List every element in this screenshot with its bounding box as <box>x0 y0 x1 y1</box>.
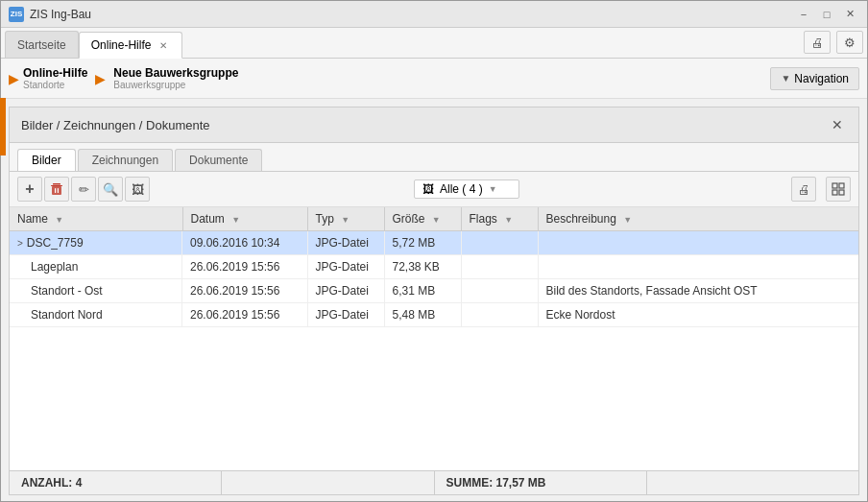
breadcrumb-left: ▶ Online-Hilfe Standorte ▶ Neue Bauwerks… <box>9 66 238 90</box>
edit-file-button[interactable]: ✏ <box>71 177 96 202</box>
row-beschreibung <box>538 231 858 255</box>
navigation-dropdown-icon: ▼ <box>781 73 790 84</box>
filter-label: Alle ( 4 ) <box>440 182 483 196</box>
print-button-top[interactable]: 🖨 <box>804 31 831 54</box>
row-expand-cell: Standort - Ost <box>10 279 182 302</box>
tab-online-hilfe-close[interactable]: ✕ <box>157 38 170 52</box>
row-groesse: 5,72 MB <box>384 231 461 255</box>
row-flags <box>461 255 538 279</box>
tab-online-hilfe-label: Online-Hilfe <box>91 38 152 52</box>
back-arrow-icon[interactable]: ▶ <box>9 71 19 86</box>
breadcrumb-main-2: Neue Bauwerksgruppe <box>113 66 238 80</box>
row-datum: 26.06.2019 15:56 <box>182 255 307 279</box>
row-beschreibung <box>538 255 858 279</box>
row-groesse: 6,31 MB <box>384 279 461 303</box>
col-header-flags[interactable]: Flags ▼ <box>461 207 538 231</box>
row-typ: JPG-Datei <box>307 231 384 255</box>
inner-tab-bilder-label: Bilder <box>32 154 61 167</box>
file-name: Standort Nord <box>31 308 103 322</box>
file-table: Name ▼ Datum ▼ Typ ▼ Größe <box>10 207 858 327</box>
sort-flags-icon: ▼ <box>504 215 513 225</box>
sort-name-icon: ▼ <box>55 215 63 225</box>
row-typ: JPG-Datei <box>307 255 384 279</box>
table-row[interactable]: >DSC_775909.06.2016 10:34JPG-Datei5,72 M… <box>10 231 858 255</box>
sort-groesse-icon: ▼ <box>432 215 441 225</box>
breadcrumb-item-online-hilfe: Online-Hilfe Standorte <box>23 66 87 90</box>
status-right <box>647 471 858 494</box>
row-groesse: 72,38 KB <box>384 255 461 279</box>
svg-rect-6 <box>839 183 844 188</box>
row-flags <box>461 279 538 303</box>
inner-tab-dokumente[interactable]: Dokumente <box>175 149 262 171</box>
file-toolbar: + ✏ 🔍 🖼 🖼 Alle ( 4 ) ▼ 🖨 <box>10 172 858 207</box>
file-name: DSC_7759 <box>27 236 84 250</box>
row-datum: 26.06.2019 15:56 <box>182 303 307 327</box>
svg-rect-8 <box>839 190 844 195</box>
tabs-container: Startseite Online-Hilfe ✕ <box>5 31 182 58</box>
sort-datum-icon: ▼ <box>231 215 240 225</box>
print-table-button[interactable]: 🖨 <box>791 177 816 202</box>
search-file-button[interactable]: 🔍 <box>98 177 123 202</box>
row-datum: 09.06.2016 10:34 <box>182 231 307 255</box>
tab-online-hilfe[interactable]: Online-Hilfe ✕ <box>79 32 183 59</box>
add-file-button[interactable]: + <box>17 177 42 202</box>
row-flags <box>461 231 538 255</box>
breadcrumb-sub-2: Bauwerksgruppe <box>113 80 238 90</box>
col-header-datum[interactable]: Datum ▼ <box>182 207 307 231</box>
status-sum: SUMME: 17,57 MB <box>435 471 647 494</box>
filter-dropdown[interactable]: 🖼 Alle ( 4 ) ▼ <box>414 179 519 199</box>
inner-tab-zeichnungen-label: Zeichnungen <box>92 154 158 167</box>
title-bar: ZIS ZIS Ing-Bau − □ ✕ <box>1 1 867 28</box>
table-header-row: Name ▼ Datum ▼ Typ ▼ Größe <box>10 207 858 231</box>
svg-rect-7 <box>832 190 837 195</box>
panel: Bilder / Zeichnungen / Dokumente ✕ Bilde… <box>9 107 859 495</box>
svg-rect-4 <box>58 188 59 193</box>
minimize-button[interactable]: − <box>794 7 813 22</box>
status-count: ANZAHL: 4 <box>10 471 222 494</box>
grid-view-button[interactable] <box>826 177 851 202</box>
table-row[interactable]: Standort - Ost26.06.2019 15:56JPG-Datei6… <box>10 279 858 303</box>
expand-icon[interactable]: > <box>17 238 23 249</box>
tab-bar-actions: 🖨 ⚙ <box>804 31 863 58</box>
row-datum: 26.06.2019 15:56 <box>182 279 307 303</box>
table-row[interactable]: Lageplan26.06.2019 15:56JPG-Datei72,38 K… <box>10 255 858 279</box>
sort-typ-icon: ▼ <box>341 215 350 225</box>
maximize-button[interactable]: □ <box>817 7 836 22</box>
file-name: Lageplan <box>31 260 78 274</box>
navigation-label: Navigation <box>794 72 849 85</box>
breadcrumb-bar: ▶ Online-Hilfe Standorte ▶ Neue Bauwerks… <box>1 59 867 99</box>
col-header-beschreibung[interactable]: Beschreibung ▼ <box>538 207 858 231</box>
svg-rect-2 <box>52 186 61 195</box>
panel-header: Bilder / Zeichnungen / Dokumente ✕ <box>10 108 858 143</box>
row-expand-cell: >DSC_7759 <box>10 231 182 254</box>
breadcrumb-sub-1: Standorte <box>23 80 87 90</box>
tab-bar: Startseite Online-Hilfe ✕ 🖨 ⚙ <box>1 28 867 59</box>
col-header-name[interactable]: Name ▼ <box>10 207 182 231</box>
file-table-wrapper: Name ▼ Datum ▼ Typ ▼ Größe <box>10 207 858 470</box>
settings-button[interactable]: ⚙ <box>836 31 863 54</box>
col-header-groesse[interactable]: Größe ▼ <box>384 207 461 231</box>
content-area: Bilder / Zeichnungen / Dokumente ✕ Bilde… <box>1 99 867 502</box>
status-middle <box>222 471 434 494</box>
col-header-typ[interactable]: Typ ▼ <box>307 207 384 231</box>
image-view-button[interactable]: 🖼 <box>125 177 150 202</box>
row-typ: JPG-Datei <box>307 279 384 303</box>
window-controls: − □ ✕ <box>794 7 859 22</box>
panel-title: Bilder / Zeichnungen / Dokumente <box>21 118 210 132</box>
svg-rect-5 <box>832 183 837 188</box>
navigation-button[interactable]: ▼ Navigation <box>770 67 859 90</box>
table-row[interactable]: Standort Nord26.06.2019 15:56JPG-Datei5,… <box>10 303 858 327</box>
delete-file-button[interactable] <box>44 177 69 202</box>
tab-startseite-label: Startseite <box>17 38 66 52</box>
inner-tab-bilder[interactable]: Bilder <box>17 149 76 171</box>
svg-rect-0 <box>53 183 60 185</box>
close-button[interactable]: ✕ <box>840 7 859 22</box>
row-groesse: 5,48 MB <box>384 303 461 327</box>
tab-startseite[interactable]: Startseite <box>5 31 79 58</box>
filter-dropdown-arrow-icon: ▼ <box>489 184 497 194</box>
breadcrumb-item-bauwerksgruppe: Neue Bauwerksgruppe Bauwerksgruppe <box>113 66 238 90</box>
inner-tab-dokumente-label: Dokumente <box>189 154 248 167</box>
panel-close-button[interactable]: ✕ <box>828 115 847 134</box>
orange-accent <box>0 98 6 155</box>
inner-tab-zeichnungen[interactable]: Zeichnungen <box>78 149 173 171</box>
